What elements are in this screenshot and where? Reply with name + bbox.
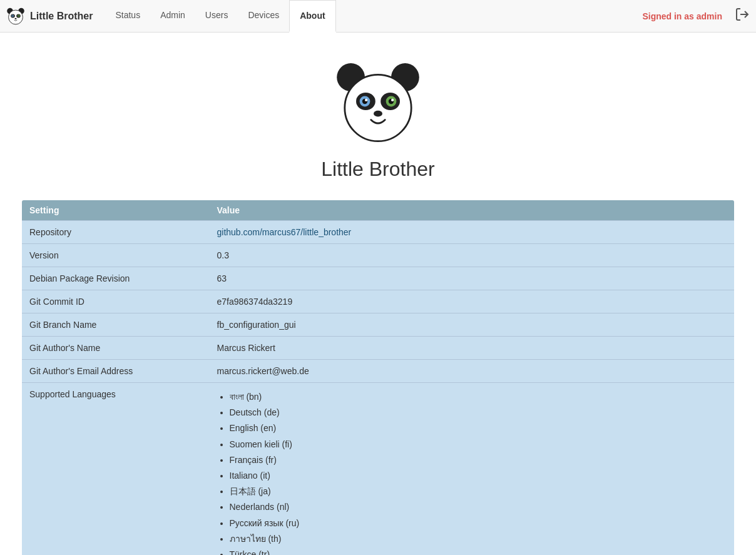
table-cell-setting: Debian Package Revision: [22, 267, 210, 290]
table-cell-setting: Version: [22, 244, 210, 267]
brand-logo-icon: [6, 7, 25, 26]
language-item: 日本語 (ja): [230, 484, 727, 499]
table-cell-setting: Git Author's Name: [22, 337, 210, 360]
table-row: Git Commit IDe7fa986374da3219: [22, 290, 735, 313]
nav-admin[interactable]: Admin: [150, 0, 195, 33]
svg-point-22: [374, 111, 382, 117]
table-row: Git Author's Email Addressmarcus.rickert…: [22, 360, 735, 383]
language-item: Nederlands (nl): [230, 499, 727, 515]
table-cell-value: fb_configuration_gui: [210, 313, 735, 337]
svg-point-2: [9, 10, 23, 24]
table-cell-setting: Git Author's Email Address: [22, 360, 210, 383]
navbar: Little Brother Status Admin Users Device…: [0, 0, 756, 33]
nav-devices[interactable]: Devices: [238, 0, 289, 33]
table-cell-value: e7fa986374da3219: [210, 290, 735, 313]
language-item: Italiano (it): [230, 468, 727, 484]
app-title: Little Brother: [321, 158, 434, 181]
username-badge: admin: [697, 11, 722, 21]
table-cell-setting: Git Branch Name: [22, 313, 210, 337]
table-header-setting: Setting: [22, 200, 210, 221]
table-header-value: Value: [210, 200, 735, 221]
language-item: Русский язык (ru): [230, 516, 727, 531]
signed-in-area: Signed in as admin: [642, 11, 722, 21]
table-row: Version0.3: [22, 244, 735, 267]
nav-users[interactable]: Users: [195, 0, 238, 33]
app-logo-icon: [334, 58, 422, 145]
table-cell-setting: Git Commit ID: [22, 290, 210, 313]
svg-point-21: [391, 99, 394, 101]
language-item: Français (fr): [230, 452, 727, 468]
table-row: Repositorygithub.com/marcus67/little_bro…: [22, 221, 735, 244]
table-row: Debian Package Revision63: [22, 267, 735, 290]
signed-in-label: Signed in as: [642, 11, 693, 21]
language-item: বাংলা (bn): [230, 389, 727, 405]
nav-status[interactable]: Status: [105, 0, 150, 33]
svg-point-7: [12, 15, 13, 16]
table-cell-languages-label: Supported Languages: [22, 383, 210, 556]
table-cell-value: 63: [210, 267, 735, 290]
table-cell-value: 0.3: [210, 244, 735, 267]
table-row-languages: Supported Languagesবাংলা (bn)Deutsch (de…: [22, 383, 735, 556]
table-cell-setting: Repository: [22, 221, 210, 244]
svg-point-13: [345, 74, 411, 141]
language-item: Suomen kieli (fi): [230, 437, 727, 452]
language-item: Türkçe (tr): [230, 547, 727, 555]
table-row: Git Author's NameMarcus Rickert: [22, 337, 735, 360]
table-row: Git Branch Namefb_configuration_gui: [22, 313, 735, 337]
logout-button[interactable]: [735, 7, 750, 25]
info-table: Setting Value Repositorygithub.com/marcu…: [21, 200, 735, 555]
language-item: English (en): [230, 420, 727, 436]
table-cell-value: Marcus Rickert: [210, 337, 735, 360]
brand-name: Little Brother: [30, 11, 93, 22]
table-cell-value: marcus.rickert@web.de: [210, 360, 735, 383]
repository-link[interactable]: github.com/marcus67/little_brother: [217, 227, 352, 237]
brand-link[interactable]: Little Brother: [6, 7, 93, 26]
app-header: Little Brother: [21, 45, 735, 200]
table-cell-value[interactable]: github.com/marcus67/little_brother: [210, 221, 735, 244]
nav-about[interactable]: About: [289, 0, 335, 33]
svg-point-20: [365, 99, 367, 101]
svg-point-9: [15, 18, 17, 19]
language-item: Deutsch (de): [230, 405, 727, 420]
main-content: Little Brother Setting Value Repositoryg…: [9, 33, 747, 555]
table-cell-languages-list: বাংলা (bn)Deutsch (de)English (en)Suomen…: [210, 383, 735, 556]
language-item: ภาษาไทย (th): [230, 531, 727, 547]
logout-icon: [735, 7, 750, 22]
nav-links: Status Admin Users Devices About: [105, 0, 642, 33]
svg-point-8: [18, 15, 19, 16]
